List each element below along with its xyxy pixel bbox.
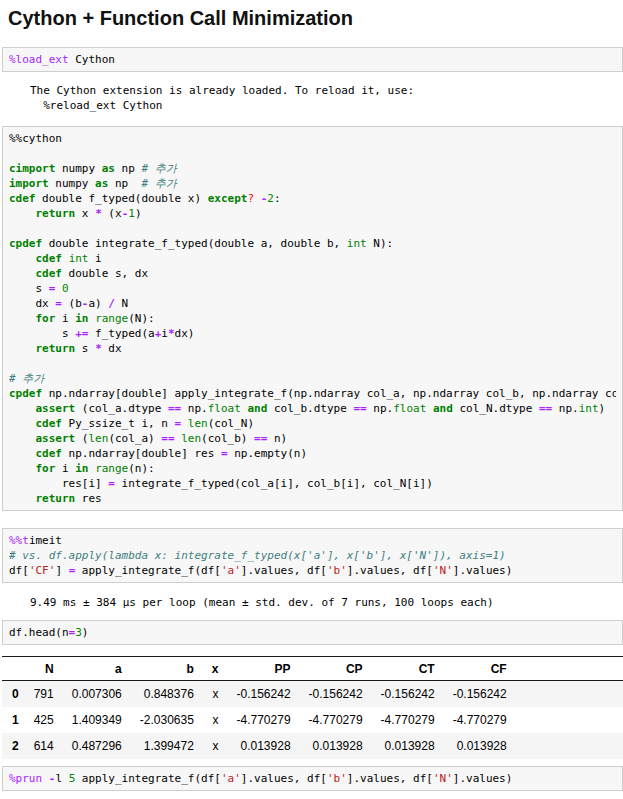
code-token: x [75, 207, 95, 220]
code-token: s [75, 342, 95, 355]
table-header-row: NabxPPCPCTCF [2, 657, 623, 681]
code-token: 1 [128, 207, 135, 220]
code-editor-cython[interactable]: %%cython cimport numpy as np # 추가 import… [9, 131, 616, 506]
table-cell: 0.848376 [131, 681, 203, 708]
row-filler [516, 681, 623, 708]
output-timeit: 9.49 ms ± 384 µs per loop (mean ± std. d… [30, 595, 623, 610]
code-token: 'a' [221, 564, 241, 577]
code-token: == [254, 432, 267, 445]
code-token: int [579, 402, 599, 415]
code-token [9, 417, 36, 430]
code-token: cdef [9, 192, 36, 205]
code-token: == [168, 402, 181, 415]
code-token: 3 [75, 626, 82, 639]
code-token: ].values, df[ [241, 772, 327, 785]
code-token [9, 462, 36, 475]
code-cell-timeit[interactable]: %%timeit # vs. df.apply(lambda x: integr… [2, 528, 623, 583]
table-cell: -4.770279 [372, 707, 444, 733]
code-token: (b [62, 297, 82, 310]
code-token: ].values, df[ [347, 564, 433, 577]
code-token: len [188, 417, 208, 430]
code-token: numpy [49, 177, 95, 190]
code-token: == [539, 402, 552, 415]
code-token: in [75, 312, 88, 325]
code-token: int [69, 252, 89, 265]
column-header: CF [444, 657, 516, 681]
code-token [9, 492, 36, 505]
code-token: double f_typed(double x) [36, 192, 208, 205]
code-token: * [95, 342, 102, 355]
code-token: / [108, 297, 115, 310]
code-token [9, 312, 36, 325]
code-token: i [89, 252, 102, 265]
code-token: # 추가 [141, 177, 176, 190]
code-token: in [75, 462, 88, 475]
column-header: PP [228, 657, 300, 681]
code-token: 'N' [433, 564, 453, 577]
code-editor-df-head[interactable]: df.head(n=3) [9, 625, 616, 640]
code-token: np. [552, 402, 579, 415]
code-token: dx) [175, 327, 195, 340]
code-editor-prun[interactable]: %prun -l 5 apply_integrate_f(df['a'].val… [9, 771, 616, 786]
code-token: np.empty(n) [228, 447, 307, 460]
table-cell: 425 [25, 707, 63, 733]
code-token: len [89, 432, 109, 445]
code-token: np.ndarray[double] apply_integrate_f(np.… [42, 387, 616, 400]
table-cell: 0.013928 [444, 733, 516, 759]
code-token: += [75, 327, 88, 340]
code-token: return [36, 342, 76, 355]
code-token: np. [181, 402, 208, 415]
code-token [9, 402, 36, 415]
code-token: numpy [55, 162, 101, 175]
code-token [426, 402, 433, 415]
table-cell: -4.770279 [228, 707, 300, 733]
table-cell: x [203, 681, 228, 708]
code-token: int [347, 237, 367, 250]
code-token: np. [367, 402, 394, 415]
code-token: N): [367, 237, 394, 250]
code-token: i [161, 327, 168, 340]
code-token: imeit [29, 534, 62, 547]
row-index: 0 [2, 681, 25, 708]
code-token: df.head(n [9, 626, 69, 639]
code-token: col_N.dtype [453, 402, 539, 415]
code-token: = [221, 447, 228, 460]
code-token: integrate_f_typed(col_a[i], col_b[i], co… [115, 477, 433, 490]
code-token [254, 192, 261, 205]
table-cell: -0.156242 [372, 681, 444, 708]
table-cell: -0.156242 [300, 681, 372, 708]
code-token: (col_a.dtype [75, 402, 168, 415]
output-text-timeit: 9.49 ms ± 384 µs per loop (mean ± std. d… [30, 595, 623, 610]
code-cell-df-head[interactable]: df.head(n=3) [2, 620, 623, 645]
header-filler [516, 657, 623, 681]
code-token: apply_integrate_f(df[ [75, 564, 221, 577]
code-token: ].values) [453, 772, 513, 785]
code-token: np [108, 177, 141, 190]
code-token [181, 417, 188, 430]
table-cell: 614 [25, 733, 63, 759]
code-token: 0 [62, 282, 69, 295]
code-token: (col_a) [108, 432, 161, 445]
row-index: 1 [2, 707, 25, 733]
code-token: l [55, 772, 68, 785]
code-token: as [95, 177, 108, 190]
code-token: 'b' [327, 772, 347, 785]
code-cell-prun[interactable]: %prun -l 5 apply_integrate_f(df['a'].val… [2, 766, 623, 791]
code-token: float [393, 402, 426, 415]
code-token: except [208, 192, 248, 205]
table-cell: 0.487296 [63, 733, 131, 759]
output-dataframe: NabxPPCPCTCF 07910.0073060.848376x-0.156… [2, 656, 623, 759]
code-token: assert [36, 402, 76, 415]
code-cell-load-ext[interactable]: %load_ext Cython [2, 47, 623, 72]
code-editor-load-ext[interactable]: %load_ext Cython [9, 52, 616, 67]
code-token: i [55, 312, 75, 325]
row-index: 2 [2, 733, 25, 759]
code-token [9, 432, 36, 445]
code-token: 'CF' [29, 564, 56, 577]
code-token: and [433, 402, 453, 415]
code-editor-timeit[interactable]: %%timeit # vs. df.apply(lambda x: integr… [9, 533, 616, 578]
code-token: df[ [9, 564, 29, 577]
code-token: cdef [36, 447, 63, 460]
code-cell-cython[interactable]: %%cython cimport numpy as np # 추가 import… [2, 126, 623, 511]
code-token: for [36, 462, 56, 475]
